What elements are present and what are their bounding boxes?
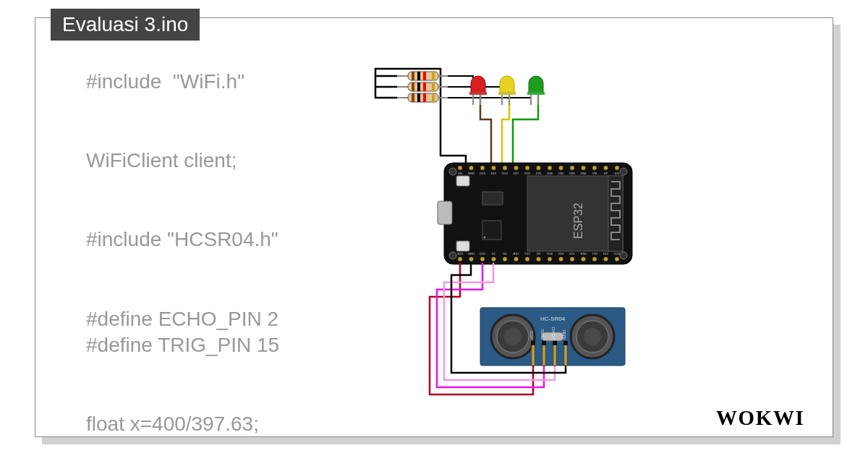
brand-logo: WOKWI (716, 403, 839, 439)
svg-rect-2 (412, 72, 414, 80)
project-card: #include "WiFi.h" WiFiClient client; #in… (35, 17, 833, 437)
svg-text:D32: D32 (558, 172, 564, 175)
svg-point-99 (604, 257, 608, 261)
svg-text:D22: D22 (603, 252, 609, 256)
svg-point-69 (604, 166, 608, 170)
svg-text:VP: VP (604, 172, 608, 175)
svg-text:D2: D2 (492, 252, 496, 256)
svg-point-59 (548, 166, 552, 170)
wire-r1-led (448, 76, 473, 93)
svg-text:D15: D15 (480, 252, 485, 256)
svg-rect-21 (469, 92, 487, 95)
svg-point-77 (480, 257, 485, 261)
svg-text:D25: D25 (536, 172, 542, 175)
svg-point-51 (503, 166, 507, 170)
svg-point-101 (615, 257, 619, 261)
svg-text:GND: GND (468, 172, 475, 175)
svg-point-97 (592, 257, 597, 261)
wire-led-yellow (502, 93, 509, 165)
svg-text:3V3: 3V3 (457, 252, 463, 256)
svg-rect-11 (423, 83, 426, 91)
svg-text:D33: D33 (547, 172, 553, 175)
svg-text:D27: D27 (514, 172, 519, 175)
led-red (469, 76, 487, 105)
svg-rect-34 (482, 192, 503, 205)
svg-text:GND: GND (562, 329, 566, 339)
svg-point-61 (559, 166, 563, 170)
svg-text:D14: D14 (502, 172, 508, 175)
svg-text:D12: D12 (491, 172, 497, 175)
svg-point-36 (484, 237, 486, 239)
esp32-board: ESP32 VNGNDD13D12D14D27D26D25D33D32D35D3… (438, 163, 632, 264)
svg-point-87 (537, 257, 541, 261)
svg-rect-32 (456, 176, 469, 186)
svg-text:TX0: TX0 (592, 252, 597, 256)
svg-point-42 (620, 252, 627, 259)
svg-rect-18 (423, 93, 426, 102)
svg-point-67 (592, 166, 597, 170)
svg-point-71 (615, 166, 619, 170)
svg-text:D35: D35 (569, 172, 575, 175)
file-tab[interactable]: Evaluasi 3.ino (51, 9, 200, 41)
svg-point-81 (503, 257, 507, 261)
svg-rect-10 (417, 83, 420, 91)
svg-text:GND: GND (468, 252, 475, 256)
wire-led-red (480, 93, 491, 165)
svg-rect-115 (542, 341, 546, 345)
svg-rect-33 (456, 241, 469, 251)
svg-point-89 (548, 257, 552, 261)
svg-text:EN: EN (615, 172, 619, 175)
svg-rect-16 (412, 93, 414, 102)
svg-rect-117 (553, 344, 556, 366)
circuit-diagram: ESP32 VNGNDD13D12D14D27D26D25D33D32D35D3… (346, 47, 708, 431)
svg-text:D34: D34 (581, 172, 587, 175)
svg-point-85 (525, 257, 529, 261)
svg-text:D18: D18 (547, 252, 553, 256)
svg-rect-4 (423, 72, 426, 80)
svg-text:D26: D26 (524, 172, 530, 175)
svg-rect-121 (563, 341, 568, 345)
svg-point-79 (492, 257, 496, 261)
svg-point-91 (559, 257, 563, 261)
svg-point-45 (469, 166, 474, 170)
svg-text:D13: D13 (480, 172, 485, 175)
svg-point-109 (584, 328, 601, 345)
svg-point-83 (514, 257, 519, 261)
code-preview: #include "WiFi.h" WiFiClient client; #in… (86, 69, 279, 437)
svg-text:D19: D19 (558, 252, 564, 256)
svg-rect-31 (438, 201, 452, 224)
svg-rect-9 (412, 83, 414, 91)
svg-rect-118 (553, 341, 557, 345)
svg-rect-5 (432, 72, 435, 80)
svg-rect-27 (527, 92, 545, 95)
svg-point-73 (458, 257, 462, 261)
svg-text:TX2: TX2 (524, 252, 530, 256)
svg-rect-12 (432, 83, 435, 91)
led-green (527, 76, 545, 105)
svg-text:TRIG: TRIG (540, 329, 545, 339)
svg-text:ECHO: ECHO (551, 326, 556, 339)
svg-rect-114 (542, 344, 545, 366)
svg-point-93 (570, 257, 574, 261)
svg-text:VN: VN (458, 172, 462, 175)
svg-rect-19 (432, 93, 435, 102)
svg-text:D21: D21 (569, 252, 575, 256)
svg-point-40 (620, 168, 627, 175)
svg-point-47 (480, 166, 485, 170)
svg-point-57 (537, 166, 541, 170)
svg-point-106 (504, 328, 522, 345)
wire-led-green (513, 93, 538, 165)
svg-point-65 (582, 166, 586, 170)
svg-text:RX2: RX2 (513, 252, 519, 256)
svg-text:D23: D23 (614, 252, 620, 256)
svg-rect-120 (564, 344, 567, 366)
hcsr04-label: HC-SR04 (540, 316, 566, 322)
svg-point-53 (514, 166, 519, 170)
svg-text:VCC: VCC (529, 330, 534, 339)
svg-rect-24 (498, 92, 516, 95)
svg-rect-3 (417, 72, 420, 80)
svg-rect-111 (532, 344, 535, 366)
svg-point-49 (492, 166, 496, 170)
svg-point-43 (458, 166, 462, 170)
led-yellow (498, 76, 516, 105)
